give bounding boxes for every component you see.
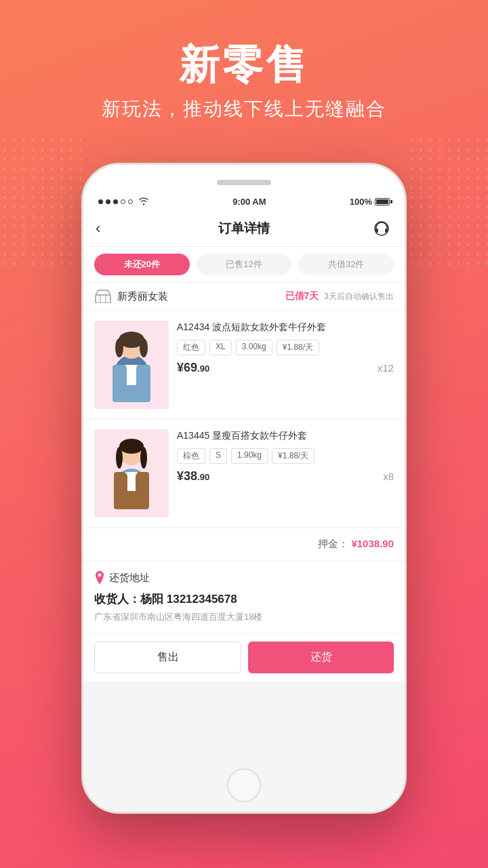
- tag-price-day-2: ¥1.88/天: [272, 448, 314, 464]
- headset-button[interactable]: [371, 218, 392, 239]
- product-info-2: A13445 显瘦百搭女款牛仔外套 棕色 S 1.90kg ¥1.88/天 ¥3…: [177, 429, 394, 517]
- svg-rect-13: [127, 365, 136, 385]
- svg-rect-1: [375, 229, 378, 233]
- battery-fill: [376, 199, 388, 204]
- page-main-title: 新零售: [0, 41, 488, 90]
- page-subtitle: 新玩法，推动线下线上无缝融合: [0, 96, 488, 122]
- product-card-1: A12434 波点短款女款外套牛仔外套 红色 XL 3.00kg ¥1.88/天…: [83, 311, 405, 418]
- auto-confirm: 3天后自动确认售出: [324, 291, 394, 302]
- product-info-1: A12434 波点短款女款外套牛仔外套 红色 XL 3.00kg ¥1.88/天…: [177, 321, 394, 409]
- svg-point-18: [116, 447, 123, 469]
- product-tags-1: 红色 XL 3.00kg ¥1.88/天: [177, 340, 394, 355]
- bottom-buttons: 售出 还货: [83, 633, 405, 682]
- scroll-content[interactable]: 新秀丽女装 已借7天 3天后自动确认售出: [83, 283, 405, 812]
- signal-dot-5: [128, 199, 133, 204]
- status-time: 9:00 AM: [232, 197, 266, 207]
- address-section: 还货地址 收货人：杨阳 13212345678 广东省深圳市南山区粤海四道百度大…: [83, 561, 405, 633]
- tag-size-1: XL: [209, 340, 232, 355]
- product-bottom-1: ¥69.90 x12: [177, 361, 394, 375]
- header-area: 新零售 新玩法，推动线下线上无缝融合: [0, 0, 488, 142]
- brand-left: 新秀丽女装: [94, 290, 168, 303]
- product-name-1: A12434 波点短款女款外套牛仔外套: [177, 321, 394, 334]
- wifi-icon: [138, 197, 149, 205]
- product-image-1: [94, 321, 169, 409]
- return-button[interactable]: 还货: [248, 642, 394, 673]
- phone-frame: 9:00 AM 100% ‹ 订单详情: [81, 163, 407, 814]
- svg-rect-3: [96, 295, 110, 303]
- product-card-2: A13445 显瘦百搭女款牛仔外套 棕色 S 1.90kg ¥1.88/天 ¥3…: [83, 420, 405, 527]
- product-tags-2: 棕色 S 1.90kg ¥1.88/天: [177, 448, 394, 464]
- battery-percent: 100%: [350, 197, 372, 207]
- phone-top: [83, 165, 405, 192]
- address-detail: 广东省深圳市南山区粤海四道百度大厦18楼: [94, 611, 394, 623]
- tab-bar: 未还20件 已售12件 共借32件: [83, 247, 405, 283]
- tag-price-day-1: ¥1.88/天: [277, 340, 319, 355]
- signal-dot-2: [106, 199, 110, 204]
- deposit-amount: ¥1038.90: [351, 538, 394, 549]
- nav-bar: ‹ 订单详情: [83, 211, 405, 247]
- product-img-svg-1: [94, 321, 169, 409]
- svg-point-22: [98, 574, 102, 577]
- svg-point-17: [119, 439, 144, 454]
- svg-rect-21: [127, 472, 136, 491]
- address-title: 还货地址: [109, 572, 150, 585]
- phone-speaker: [217, 180, 271, 185]
- home-button[interactable]: [227, 768, 261, 802]
- address-contact: 收货人：杨阳 13212345678: [94, 591, 394, 607]
- brand-name: 新秀丽女装: [117, 290, 168, 303]
- product-price-2: ¥38.90: [177, 469, 209, 484]
- deposit-section: 押金： ¥1038.90: [83, 528, 405, 560]
- product-img-placeholder-2: [94, 429, 169, 517]
- tag-color-2: 棕色: [177, 448, 205, 464]
- brand-status: 已借7天 3天后自动确认售出: [285, 290, 394, 302]
- tab-unreturned[interactable]: 未还20件: [94, 254, 190, 275]
- tag-size-2: S: [209, 448, 227, 464]
- tag-color-1: 红色: [177, 340, 205, 355]
- brand-section: 新秀丽女装 已借7天 3天后自动确认售出: [83, 283, 405, 310]
- deposit-label: 押金：: [318, 538, 348, 549]
- signal-dot-3: [113, 199, 118, 204]
- svg-point-11: [140, 338, 148, 357]
- location-icon: [94, 571, 105, 585]
- tab-sold[interactable]: 已售12件: [197, 254, 292, 275]
- signal-dot-4: [121, 199, 125, 204]
- tag-weight-2: 1.90kg: [231, 448, 268, 464]
- tag-weight-1: 3.00kg: [236, 340, 272, 355]
- tab-total[interactable]: 共借32件: [298, 254, 394, 275]
- product-bottom-2: ¥38.90 x8: [177, 469, 394, 484]
- app-content: ‹ 订单详情 未还20件 已售12件 共借32件: [83, 211, 405, 812]
- svg-rect-2: [385, 229, 388, 233]
- address-header: 还货地址: [94, 571, 394, 585]
- back-button[interactable]: ‹: [96, 220, 117, 237]
- signal-dot-1: [98, 199, 103, 204]
- sell-button[interactable]: 售出: [94, 642, 241, 673]
- product-image-2: [94, 429, 169, 517]
- headset-icon: [373, 220, 390, 237]
- nav-title: 订单详情: [218, 220, 270, 237]
- svg-point-10: [115, 338, 123, 357]
- product-qty-1: x12: [378, 362, 394, 374]
- status-left: [98, 197, 149, 205]
- store-icon: [94, 290, 112, 303]
- product-qty-2: x8: [383, 471, 394, 482]
- product-price-1: ¥69.90: [177, 361, 209, 375]
- status-right: 100%: [350, 197, 390, 207]
- product-img-placeholder-1: [94, 321, 169, 409]
- product-img-svg-2: [94, 429, 169, 517]
- status-bar: 9:00 AM 100%: [83, 192, 405, 211]
- product-name-2: A13445 显瘦百搭女款牛仔外套: [177, 429, 394, 443]
- borrowed-days: 已借7天: [285, 290, 319, 302]
- phone-mockup: 9:00 AM 100% ‹ 订单详情: [81, 163, 407, 814]
- battery-icon: [375, 198, 390, 205]
- svg-point-19: [140, 447, 147, 469]
